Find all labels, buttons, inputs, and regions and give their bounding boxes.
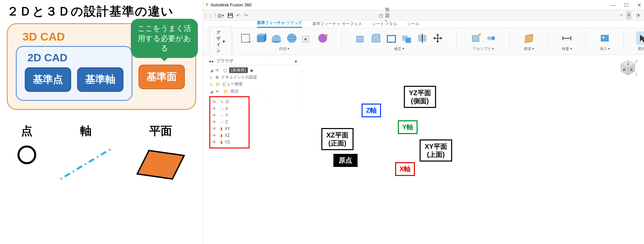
pill-datum-plane: 基準面 bbox=[139, 65, 185, 89]
pushpull-icon[interactable] bbox=[354, 32, 367, 45]
canvas-viewport[interactable]: ◂◂ ブラウザ ● ◢👁▢ (未保存) ◉ ▷⚙ドキュメントの設定 ▷📁ビュー管… bbox=[203, 55, 644, 244]
browser-collapse-icon[interactable]: ◂◂ bbox=[209, 59, 213, 64]
box-icon[interactable] bbox=[254, 32, 268, 45]
label-yz-plane: YZ平面(側面) bbox=[404, 86, 436, 108]
file-icon[interactable]: ▥▾ bbox=[217, 12, 224, 19]
legend-axis-label: 軸 bbox=[80, 123, 92, 139]
svg-line-54 bbox=[635, 73, 637, 74]
sketch-icon[interactable]: + bbox=[239, 32, 252, 45]
ribbon-group-select: 選択 ▾ bbox=[636, 32, 644, 51]
origin-item-yz[interactable]: 👁▮YZ bbox=[212, 139, 247, 145]
legend-row: 点 軸 平面 bbox=[7, 123, 196, 185]
svg-point-24 bbox=[487, 36, 491, 40]
svg-text:+: + bbox=[248, 39, 251, 44]
split-icon[interactable] bbox=[416, 32, 429, 45]
label-x-axis: X軸 bbox=[395, 162, 415, 176]
form-icon[interactable]: ★ bbox=[316, 32, 329, 45]
tree-doc-settings[interactable]: ▷⚙ドキュメントの設定 bbox=[209, 74, 298, 81]
move-icon[interactable] bbox=[431, 32, 444, 45]
origin-item-xz[interactable]: 👁▮XZ bbox=[212, 132, 247, 139]
ribbon-group-create: + ★ 作成 ▾ bbox=[239, 32, 329, 51]
svg-text:x: x bbox=[636, 74, 637, 76]
tab-surface[interactable]: 基準フィーチャ サーフェス bbox=[312, 21, 362, 28]
svg-text:右: 右 bbox=[630, 68, 633, 71]
svg-text:z: z bbox=[637, 59, 637, 61]
svg-text:★: ★ bbox=[478, 32, 482, 37]
axis-icon bbox=[57, 145, 114, 182]
svg-marker-26 bbox=[525, 34, 533, 43]
label-origin: 原点 bbox=[333, 154, 358, 167]
maximize-button[interactable]: ☐ bbox=[624, 2, 629, 8]
hole-icon[interactable] bbox=[301, 32, 314, 45]
label-z-axis: Z軸 bbox=[362, 104, 381, 117]
ribbon-group-modify: 修正 ▾ bbox=[354, 32, 444, 51]
redo-icon[interactable]: ↷ bbox=[244, 12, 248, 19]
save-icon[interactable]: 💾 bbox=[227, 12, 233, 19]
sphere-icon[interactable] bbox=[285, 32, 299, 45]
origin-item-o[interactable]: 👁✦O bbox=[212, 99, 247, 105]
browser-panel: ◂◂ ブラウザ ● ◢👁▢ (未保存) ◉ ▷⚙ドキュメントの設定 ▷📁ビュー管… bbox=[206, 57, 300, 150]
svg-text:前: 前 bbox=[623, 68, 626, 71]
chevron-down-icon: ▾ bbox=[223, 39, 225, 44]
undo-icon[interactable]: ↶ bbox=[236, 12, 240, 19]
tab-solid[interactable]: 基準フィーチャ ソリッド bbox=[257, 20, 302, 28]
svg-point-11 bbox=[304, 38, 307, 41]
svg-line-0 bbox=[61, 149, 111, 179]
tree-root[interactable]: ◢👁▢ (未保存) ◉ bbox=[209, 67, 298, 74]
ribbon-group-inspect: 検査 ▾ bbox=[560, 32, 574, 51]
tab-sheetmetal[interactable]: シート メタル bbox=[372, 21, 397, 28]
point-icon bbox=[17, 145, 36, 164]
svg-point-25 bbox=[491, 36, 495, 40]
svg-rect-4 bbox=[257, 36, 264, 42]
pill-datum-axis: 基準軸 bbox=[77, 67, 123, 92]
browser-pin-icon[interactable]: ● bbox=[294, 59, 297, 64]
quick-access-toolbar: ⋮⋮⋮ ▥▾ 💾 ↶ ↷ ◳ 無題* × + ◔ ◷ 👤 Teruki Obar… bbox=[203, 10, 644, 21]
select-icon[interactable] bbox=[636, 32, 644, 45]
origin-item-xy[interactable]: 👁▮XY bbox=[212, 125, 247, 132]
origin-item-y[interactable]: 👁▱Y bbox=[212, 112, 247, 119]
origin-item-z[interactable]: 👁▱Z bbox=[212, 119, 247, 125]
tab-tool[interactable]: ツール bbox=[407, 21, 419, 28]
extensions-icon[interactable]: ◔ bbox=[636, 13, 640, 18]
tree-origin-folder[interactable]: ◢👁📁原点 bbox=[209, 88, 298, 95]
component-icon[interactable]: ★ bbox=[469, 32, 482, 45]
workspace-tabs: 基準フィーチャ ソリッド 基準フィーチャ サーフェス シート メタル ツール bbox=[203, 21, 644, 28]
label-y-axis: Y軸 bbox=[398, 120, 418, 134]
cad3d-box: ここをうまく活用する必要がある 3D CAD 2D CAD 基準点 基準軸 基準… bbox=[7, 23, 196, 110]
svg-marker-1 bbox=[137, 150, 184, 179]
legend-point-label: 点 bbox=[21, 123, 33, 139]
combine-icon[interactable] bbox=[400, 32, 414, 45]
revolve-icon[interactable] bbox=[270, 32, 283, 45]
pill-datum-point: 基準点 bbox=[25, 67, 71, 92]
tree-view-mgmt[interactable]: ▷📁ビュー管理 bbox=[209, 81, 298, 88]
main-title: ２Ｄと３Ｄの設計基準の違い bbox=[7, 3, 196, 20]
svg-rect-17 bbox=[406, 38, 411, 43]
browser-title: ブラウザ bbox=[216, 58, 233, 64]
close-button[interactable]: ✕ bbox=[637, 2, 641, 8]
svg-rect-30 bbox=[601, 35, 609, 42]
shell-icon[interactable] bbox=[385, 32, 398, 45]
measure-icon[interactable] bbox=[560, 32, 574, 45]
fillet-icon[interactable] bbox=[369, 32, 383, 45]
ribbon: デザイン▾ + ★ 作成 ▾ bbox=[203, 28, 644, 55]
apps-icon[interactable]: ⋮⋮⋮ bbox=[207, 12, 214, 19]
joint-icon[interactable] bbox=[484, 32, 498, 45]
tab-close-icon[interactable]: × bbox=[620, 12, 623, 18]
plane-icon bbox=[136, 145, 186, 185]
left-info-panel: ２Ｄと３Ｄの設計基準の違い ここをうまく活用する必要がある 3D CAD 2D … bbox=[0, 0, 203, 244]
svg-rect-14 bbox=[357, 36, 363, 42]
origin-item-x[interactable]: 👁▱X bbox=[212, 105, 247, 112]
plane-icon-tool[interactable] bbox=[522, 32, 536, 45]
svg-text:上: 上 bbox=[627, 62, 630, 65]
callout-bubble: ここをうまく活用する必要がある bbox=[131, 19, 198, 58]
legend-plane-label: 平面 bbox=[149, 123, 172, 139]
viewcube[interactable]: 上 前 右 z x bbox=[619, 58, 637, 77]
insert-icon[interactable] bbox=[598, 32, 611, 45]
doc-cube-icon: ◳ bbox=[379, 13, 383, 18]
new-tab-button[interactable]: + bbox=[626, 11, 631, 19]
app-title: Autodesk Fusion 360 bbox=[211, 2, 252, 7]
workspace-switcher[interactable]: デザイン▾ bbox=[209, 26, 232, 57]
ribbon-group-assembly: ★ アセンブリ ▾ bbox=[469, 32, 498, 51]
svg-point-31 bbox=[602, 37, 604, 39]
fusion-window: F Autodesk Fusion 360 — ☐ ✕ ⋮⋮⋮ ▥▾ 💾 ↶ ↷… bbox=[203, 0, 644, 244]
